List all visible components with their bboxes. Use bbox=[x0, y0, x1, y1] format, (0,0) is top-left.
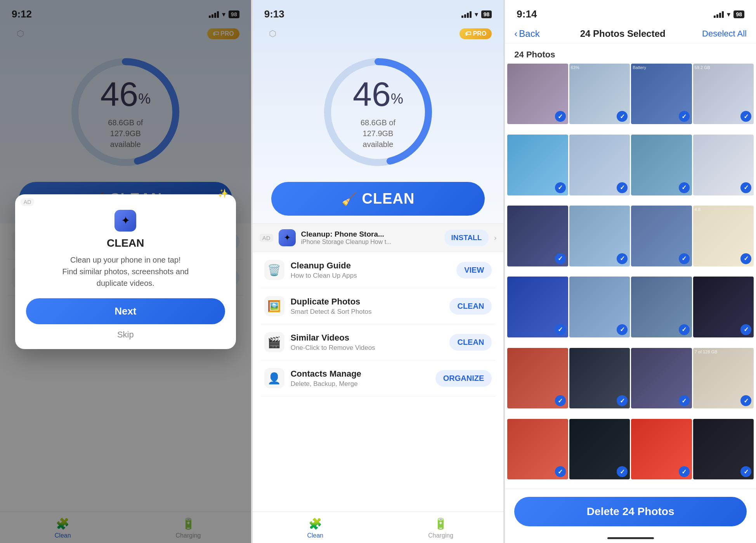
back-button[interactable]: ‹ Back bbox=[514, 28, 553, 39]
modal-skip[interactable]: Skip bbox=[26, 330, 225, 340]
similar-videos-clean-btn-2[interactable]: CLEAN bbox=[449, 334, 492, 351]
ad-label-2: AD bbox=[260, 234, 273, 242]
wifi-icon-2: ▾ bbox=[475, 10, 478, 19]
check-badge-11[interactable]: ✓ bbox=[740, 253, 751, 264]
screen2: 9:13 ▾ 98 ⬡ 🏷 PRO 46% 68.6GB of 1 bbox=[253, 0, 504, 543]
cleanup-guide-row-2[interactable]: 🗑️ Cleanup Guide How to Clean Up Apps VI… bbox=[260, 252, 496, 288]
time-2: 9:13 bbox=[264, 8, 284, 20]
photo-thumb-16[interactable]: ✓ bbox=[507, 348, 568, 408]
ad-install-btn-2[interactable]: INSTALL bbox=[444, 230, 489, 246]
nav-charging-2[interactable]: 🔋 Charging bbox=[378, 512, 503, 543]
check-badge-19[interactable]: ✓ bbox=[740, 395, 751, 406]
ad-icon-2: ✦ bbox=[279, 229, 296, 246]
photo-thumb-14[interactable]: ✓ bbox=[631, 277, 692, 337]
photo-thumb-0[interactable]: ✓ bbox=[507, 64, 568, 124]
check-badge-12[interactable]: ✓ bbox=[555, 324, 566, 335]
contacts-organize-btn-2[interactable]: ORGANIZE bbox=[435, 370, 492, 387]
photo-thumb-13[interactable]: ✓ bbox=[569, 277, 630, 337]
photo-thumb-21[interactable]: ✓ bbox=[569, 419, 630, 479]
modal-next-btn[interactable]: Next bbox=[26, 298, 225, 324]
settings-icon-2[interactable]: ⬡ bbox=[264, 25, 281, 42]
photo-thumb-2[interactable]: Battery✓ bbox=[631, 64, 692, 124]
status-icons-3: ▾ 98 bbox=[714, 10, 744, 19]
top-bar-2: ⬡ 🏷 PRO bbox=[253, 21, 504, 46]
ad-title-2: Cleanup: Phone Stora... bbox=[301, 230, 439, 239]
duplicate-photos-clean-btn-2[interactable]: CLEAN bbox=[449, 298, 492, 315]
check-badge-22[interactable]: ✓ bbox=[679, 466, 690, 477]
chevron-left-icon: ‹ bbox=[514, 28, 517, 39]
battery-3: 98 bbox=[733, 10, 744, 18]
check-badge-8[interactable]: ✓ bbox=[555, 253, 566, 264]
photo-thumb-20[interactable]: ✓ bbox=[507, 419, 568, 479]
photo-thumb-1[interactable]: 63%✓ bbox=[569, 64, 630, 124]
screen3-header: ‹ Back 24 Photos Selected Deselect All bbox=[505, 21, 756, 43]
check-badge-16[interactable]: ✓ bbox=[555, 395, 566, 406]
screen1: 9:12 ▾ 98 ⬡ 🏷 PRO 46% 68.6GB of 1 bbox=[0, 0, 251, 543]
delete-photos-btn[interactable]: Delete 24 Photos bbox=[514, 497, 747, 526]
photo-thumb-4[interactable]: ✓ bbox=[507, 135, 568, 195]
photo-thumb-22[interactable]: ✓ bbox=[631, 419, 692, 479]
photo-thumb-10[interactable]: ✓ bbox=[631, 206, 692, 266]
storage-text-2: 68.6GB of 127.9GB available bbox=[349, 117, 407, 150]
photo-thumb-15[interactable]: ✓ bbox=[693, 277, 754, 337]
check-badge-15[interactable]: ✓ bbox=[740, 324, 751, 335]
photo-thumb-19[interactable]: 7 of 128 GB✓ bbox=[693, 348, 754, 408]
deselect-all-btn[interactable]: Deselect All bbox=[692, 29, 747, 39]
check-badge-14[interactable]: ✓ bbox=[679, 324, 690, 335]
check-badge-2[interactable]: ✓ bbox=[679, 111, 690, 122]
status-bar-3: 9:14 ▾ 98 bbox=[505, 0, 756, 21]
check-badge-4[interactable]: ✓ bbox=[555, 182, 566, 193]
photo-thumb-12[interactable]: ✓ bbox=[507, 277, 568, 337]
check-badge-7[interactable]: ✓ bbox=[740, 182, 751, 193]
photo-thumb-9[interactable]: ✓ bbox=[569, 206, 630, 266]
photo-thumb-6[interactable]: ✓ bbox=[631, 135, 692, 195]
broom-icon-2: 🧹 bbox=[342, 192, 357, 206]
check-badge-5[interactable]: ✓ bbox=[617, 182, 628, 193]
list-section-2: 🗑️ Cleanup Guide How to Clean Up Apps VI… bbox=[253, 252, 504, 543]
check-badge-9[interactable]: ✓ bbox=[617, 253, 628, 264]
duplicate-photos-row-2[interactable]: 🖼️ Duplicate Photos Smart Detect & Sort … bbox=[260, 288, 496, 324]
time-3: 9:14 bbox=[517, 8, 537, 20]
clean-button-2[interactable]: 🧹 CLEAN bbox=[271, 182, 485, 216]
screen3: 9:14 ▾ 98 ‹ Back 24 Photos Selected Dese… bbox=[505, 0, 756, 543]
photo-thumb-7[interactable]: ✓ bbox=[693, 135, 754, 195]
contacts-row-2[interactable]: 👤 Contacts Manage Delete, Backup, Merge … bbox=[260, 360, 496, 396]
photo-thumb-23[interactable]: ✓ bbox=[693, 419, 754, 479]
check-badge-20[interactable]: ✓ bbox=[555, 466, 566, 477]
wifi-icon-3: ▾ bbox=[727, 10, 730, 19]
storage-circle-2: 46% 68.6GB of 127.9GB available bbox=[320, 54, 436, 170]
video-icon-2: 🎬 bbox=[264, 332, 284, 352]
modal-desc: Clean up your phone in one tap! Find sim… bbox=[26, 254, 225, 289]
photo-thumb-18[interactable]: ✓ bbox=[631, 348, 692, 408]
bottom-nav-2: 🧩 Clean 🔋 Charging bbox=[253, 512, 504, 543]
check-badge-13[interactable]: ✓ bbox=[617, 324, 628, 335]
photos-grid: ✓63%✓Battery✓59.2 GB✓✓✓✓✓✓✓✓4.8✓✓✓✓✓✓✓✓7… bbox=[505, 64, 756, 489]
photo-thumb-17[interactable]: ✓ bbox=[569, 348, 630, 408]
photo-thumb-5[interactable]: ✓ bbox=[569, 135, 630, 195]
modal-box-1: AD ✨ ✦ CLEAN Clean up your phone in one … bbox=[15, 194, 236, 349]
cleanup-guide-view-btn-2[interactable]: VIEW bbox=[456, 262, 492, 278]
check-badge-18[interactable]: ✓ bbox=[679, 395, 690, 406]
check-badge-0[interactable]: ✓ bbox=[555, 111, 566, 122]
contacts-icon-2: 👤 bbox=[264, 368, 284, 388]
photo-thumb-3[interactable]: 59.2 GB✓ bbox=[693, 64, 754, 124]
check-badge-10[interactable]: ✓ bbox=[679, 253, 690, 264]
modal-overlay-1: AD ✨ ✦ CLEAN Clean up your phone in one … bbox=[0, 0, 251, 543]
pro-badge-2[interactable]: 🏷 PRO bbox=[459, 28, 492, 39]
status-bar-2: 9:13 ▾ 98 bbox=[253, 0, 504, 21]
check-badge-6[interactable]: ✓ bbox=[679, 182, 690, 193]
modal-title: CLEAN bbox=[26, 237, 225, 249]
photo-thumb-11[interactable]: 4.8✓ bbox=[693, 206, 754, 266]
modal-app-icon: ✦ bbox=[114, 210, 136, 232]
photo-thumb-8[interactable]: ✓ bbox=[507, 206, 568, 266]
photos-count: 24 Photos bbox=[505, 43, 756, 64]
nav-clean-2[interactable]: 🧩 Clean bbox=[253, 512, 378, 543]
signal-icon-3 bbox=[714, 11, 724, 18]
modal-ad-label: AD bbox=[21, 198, 34, 206]
signal-icon-2 bbox=[461, 11, 472, 18]
status-icons-2: ▾ 98 bbox=[461, 10, 492, 19]
delete-bar: Delete 24 Photos bbox=[505, 489, 756, 534]
similar-videos-row-2[interactable]: 🎬 Similar Videos One-Click to Remove Vid… bbox=[260, 324, 496, 360]
home-indicator-3 bbox=[607, 537, 654, 539]
photos-icon-2: 🖼️ bbox=[264, 296, 284, 316]
